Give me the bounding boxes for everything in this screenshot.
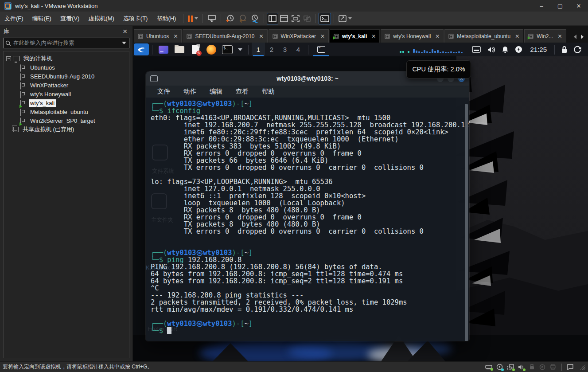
vm-label: WinXPattacker [29, 82, 70, 89]
pause-button[interactable] [186, 13, 200, 24]
terminal-menu-1[interactable]: 动作 [183, 87, 196, 96]
terminal-launcher[interactable]: $_ [222, 44, 233, 55]
tree-shared-vms[interactable]: 共享虚拟机 (已弃用) [4, 125, 129, 134]
tree-item-vm[interactable]: Metasploitable_ubuntu [4, 107, 129, 116]
tree-item-vm[interactable]: WinXPattacker [4, 81, 129, 90]
send-to-vm-button[interactable] [206, 13, 218, 24]
tab-close-icon[interactable]: ✕ [173, 33, 178, 39]
search-input[interactable] [11, 40, 121, 46]
folder-launcher[interactable] [174, 44, 185, 55]
text-editor-launcher[interactable] [190, 44, 201, 55]
chevron-down-icon[interactable] [195, 17, 198, 20]
tab-close-icon[interactable]: ✕ [435, 33, 440, 39]
snapshot-manager-button[interactable] [249, 13, 261, 24]
menu-item-2[interactable]: 查看(V) [56, 12, 84, 25]
vm-tab[interactable]: WinXPattacker✕ [269, 29, 329, 43]
library-close-icon[interactable]: ✕ [121, 28, 129, 35]
clock[interactable]: 21:25 [530, 46, 547, 53]
show-library-button[interactable] [267, 13, 278, 24]
free-stretch-button[interactable] [337, 13, 354, 24]
menu-item-1[interactable]: 编辑(E) [28, 12, 56, 25]
terminal-line [151, 242, 469, 249]
close-button[interactable]: ✕ [569, 0, 588, 12]
library-sidebar: 库 ✕ 我的计算机 UbuntuosSEEDUbuntu9-Aug-2010Wi… [0, 26, 133, 361]
network-adapter-icon[interactable] [507, 364, 514, 370]
tree-item-vm[interactable]: Win2kServer_SP0_target [4, 116, 129, 125]
terminal-line: ether 00:0c:29:88:3c:ec txqueuelen 1000 … [151, 136, 469, 143]
workspace-2[interactable]: 2 [265, 43, 278, 56]
tree-item-vm[interactable]: wty's_kali [4, 98, 129, 107]
terminal-menu-3[interactable]: 查看 [236, 87, 249, 96]
library-panel-icon [269, 15, 276, 22]
sound-icon[interactable] [518, 364, 525, 370]
cdrom-icon[interactable] [496, 364, 503, 370]
hard-disk-icon[interactable] [485, 364, 492, 370]
taskbar-terminal-window[interactable]: ⌐ [312, 43, 331, 56]
tab-close-icon[interactable]: ✕ [558, 33, 562, 39]
cpu-graph-widget[interactable] [400, 47, 463, 53]
console-view-button[interactable] [278, 13, 290, 24]
tab-scroll-left-icon[interactable] [574, 35, 576, 39]
menu-item-5[interactable]: 帮助(H) [152, 12, 180, 25]
workspace-3[interactable]: 3 [278, 43, 292, 56]
terminal-menu-2[interactable]: 编辑 [210, 87, 222, 96]
terminal-menu-4[interactable]: 帮助 [262, 87, 275, 96]
power-manager[interactable] [515, 46, 522, 53]
vm-tab[interactable]: wty's Honeywall✕ [381, 29, 444, 43]
usb-icon[interactable] [529, 364, 535, 370]
console-toggle-button[interactable] [319, 13, 331, 24]
volume-control[interactable] [487, 46, 495, 53]
terminal-line: RX packets 383 bytes 51002 (49.8 KiB) [151, 143, 469, 150]
tab-scroll-right-icon[interactable] [581, 35, 584, 39]
terminal-scrollbar[interactable] [465, 104, 468, 341]
tree-item-vm[interactable]: Ubuntuos [4, 63, 129, 72]
disc2-icon[interactable] [539, 364, 545, 370]
vm-tab[interactable]: SEEDUbuntu9-Aug-2010✕ [183, 29, 267, 43]
maximize-button[interactable]: ▢ [551, 0, 569, 12]
resize-grip[interactable] [579, 364, 585, 370]
workspace-4[interactable]: 4 [292, 43, 305, 56]
fullscreen-button[interactable] [290, 13, 301, 24]
terminal-icon [320, 15, 329, 22]
tree-item-vm[interactable]: wty's Honeywall [4, 90, 129, 98]
keyboard-indicator[interactable] [472, 46, 481, 53]
minimize-button[interactable]: – [532, 0, 551, 12]
terminal-menu-0[interactable]: 文件 [157, 87, 170, 96]
vm-tab[interactable]: Ubuntuos✕ [134, 29, 182, 43]
printer-icon[interactable] [549, 364, 556, 370]
tab-close-icon[interactable]: ✕ [371, 33, 376, 39]
vm-tab[interactable]: wty's_kali✕ [330, 29, 380, 43]
vm-tab[interactable]: Metasploitable_ubuntu✕ [444, 29, 523, 43]
tree-item-vm[interactable]: SEEDUbuntu9-Aug-2010 [4, 72, 129, 81]
revert-snapshot-button[interactable] [236, 13, 249, 24]
search-dropdown-icon[interactable] [122, 42, 126, 44]
terminal-content[interactable]: 文件系统主文件夹Kali Linux a...Firefox ESR ┌──(w… [146, 98, 469, 341]
notifications[interactable] [502, 46, 509, 53]
vmware-workstation-window: wty's_kali - VMware Workstation – ▢ ✕ 文件… [0, 0, 588, 372]
menu-item-0[interactable]: 文件(F) [0, 12, 28, 25]
tab-close-icon[interactable]: ✕ [320, 33, 325, 39]
tree-root-my-computer[interactable]: 我的计算机 [4, 54, 129, 63]
tab-close-icon[interactable]: ✕ [259, 33, 264, 39]
unity-mode-button[interactable] [301, 13, 313, 24]
vm-tab-label: wty's Honeywall [393, 33, 431, 39]
firefox-launcher[interactable] [206, 44, 217, 55]
take-snapshot-button[interactable] [224, 13, 236, 24]
vm-label: Win2kServer_SP0_target [29, 117, 97, 125]
vm-tab[interactable]: Win2...✕ [524, 29, 566, 43]
file-manager-launcher[interactable] [158, 44, 169, 55]
terminal-cursor [167, 327, 171, 334]
message-log-icon[interactable] [567, 364, 573, 370]
workspace-1[interactable]: 1 [252, 43, 265, 56]
logout-button[interactable] [574, 46, 581, 53]
kali-menu-button[interactable] [134, 43, 149, 55]
terminal-window[interactable]: ⌐ wty0103@wty0103: ~ ✕ 文件动作编辑查看帮助 文件系统主文… [145, 71, 470, 341]
chevron-down-icon[interactable] [238, 48, 242, 51]
vm-desktop[interactable]: $_ 1234 ⌐ [133, 43, 588, 361]
lock-screen[interactable] [561, 46, 568, 53]
collapse-icon[interactable] [6, 56, 11, 61]
menu-item-4[interactable]: 选项卡(T) [119, 12, 152, 25]
tab-close-icon[interactable]: ✕ [515, 33, 519, 39]
chevron-down-icon[interactable] [348, 17, 352, 20]
menu-item-3[interactable]: 虚拟机(M) [84, 12, 119, 25]
